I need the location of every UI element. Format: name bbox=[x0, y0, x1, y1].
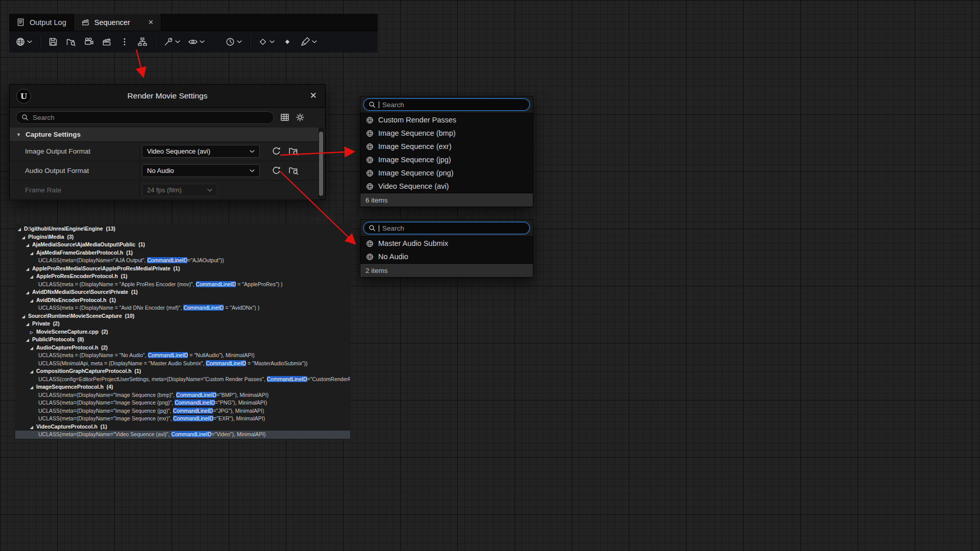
expander-icon[interactable]: ◢ bbox=[26, 241, 31, 249]
class-sphere-icon bbox=[366, 156, 374, 164]
match-highlight: CommandLineID bbox=[172, 431, 212, 437]
image-output-format-dropdown[interactable]: Video Sequence (avi) bbox=[142, 145, 260, 158]
tree-folder-row[interactable]: ◢Private (2) bbox=[15, 320, 350, 328]
keyframe-options-button[interactable] bbox=[258, 37, 275, 47]
tree-file-row[interactable]: ◢VideoCaptureProtocol.h (1) bbox=[15, 423, 350, 431]
tree-result-row[interactable]: UCLASS(meta=(DisplayName="Image Sequence… bbox=[15, 391, 350, 399]
expander-icon[interactable]: ◢ bbox=[22, 313, 27, 321]
list-item[interactable]: Image Sequence (png) bbox=[360, 166, 533, 180]
browse-content-button[interactable] bbox=[66, 37, 76, 47]
list-item[interactable]: Image Sequence (bmp) bbox=[360, 127, 533, 140]
tree-file-row[interactable]: ◢AudioCaptureProtocol.h (2) bbox=[15, 344, 350, 352]
expander-icon[interactable]: ◢ bbox=[30, 273, 35, 281]
settings-gear-icon[interactable] bbox=[296, 113, 305, 122]
tree-result-row[interactable]: UCLASS(MinimalApi, meta = (DisplayName =… bbox=[15, 360, 350, 368]
tree-folder-row[interactable]: ◢Public\Protocols (8) bbox=[15, 336, 350, 344]
render-movie-button[interactable] bbox=[102, 37, 112, 47]
tree-file-row[interactable]: ◢CompositionGraphCaptureProtocol.h (1) bbox=[15, 367, 350, 375]
code-text: UCLASS(meta=(DisplayName="Video Sequence… bbox=[38, 431, 172, 437]
tab-close-icon[interactable]: ✕ bbox=[148, 18, 154, 26]
expander-icon[interactable]: ◢ bbox=[18, 226, 23, 234]
tree-result-row[interactable]: UCLASS(meta = (DisplayName = "Apple ProR… bbox=[15, 281, 350, 289]
tree-result-row[interactable]: UCLASS(meta=(DisplayName="Image Sequence… bbox=[15, 399, 350, 407]
list-item[interactable]: No Audio bbox=[360, 250, 533, 263]
actions-button[interactable] bbox=[163, 37, 180, 47]
list-item[interactable]: Image Sequence (jpg) bbox=[360, 153, 533, 166]
capture-settings-section-header[interactable]: ▼ Capture Settings bbox=[10, 128, 319, 142]
browse-asset-icon[interactable] bbox=[288, 165, 299, 176]
popup-search-input[interactable]: Search bbox=[363, 222, 530, 234]
tree-result-row[interactable]: UCLASS(config=EditorPerProjectUserSettin… bbox=[15, 375, 350, 384]
section-collapse-arrow-icon[interactable]: ▼ bbox=[16, 132, 21, 137]
dialog-titlebar[interactable]: U Render Movie Settings ✕ bbox=[10, 85, 325, 108]
expander-icon[interactable]: ◢ bbox=[30, 368, 35, 376]
expander-icon[interactable]: ◢ bbox=[30, 344, 35, 353]
list-item-label: Master Audio Submix bbox=[378, 239, 448, 247]
tree-result-row[interactable]: UCLASS(meta = (DisplayName = "No Audio",… bbox=[15, 352, 350, 360]
use-selected-icon[interactable] bbox=[271, 146, 281, 156]
tree-result-row[interactable]: UCLASS(meta=(DisplayName="Image Sequence… bbox=[15, 415, 350, 423]
tree-folder-row[interactable]: ◢D:\github\UnrealEngine\Engine (13) bbox=[15, 225, 350, 233]
code-text: UCLASS(config=EditorPerProjectUserSettin… bbox=[38, 376, 267, 382]
expander-icon[interactable]: ◢ bbox=[26, 289, 31, 297]
tree-result-row-selected[interactable]: UCLASS(meta=(DisplayName="Video Sequence… bbox=[15, 431, 350, 439]
list-item[interactable]: Image Sequence (exr) bbox=[360, 140, 533, 153]
text-caret bbox=[379, 225, 379, 232]
expander-icon[interactable]: ◢ bbox=[30, 384, 35, 392]
row-label: Audio Output Format bbox=[25, 161, 89, 180]
expander-icon[interactable]: ◢ bbox=[26, 265, 31, 273]
tree-file-row[interactable]: ◢ImageSequenceProtocol.h (4) bbox=[15, 383, 350, 391]
class-sphere-icon bbox=[366, 183, 374, 190]
expander-icon[interactable]: ◢ bbox=[26, 336, 31, 344]
popup-search-input[interactable]: Search bbox=[363, 98, 530, 111]
tree-result-row[interactable]: UCLASS(meta=(DisplayName="AJA Output", C… bbox=[15, 257, 350, 265]
tree-result-row[interactable]: UCLASS(meta=(DisplayName="Image Sequence… bbox=[15, 407, 350, 415]
expander-icon[interactable]: ◢ bbox=[22, 234, 27, 242]
tree-file-label: CompositionGraphCaptureProtocol.h (1) bbox=[36, 368, 141, 374]
search-icon bbox=[21, 114, 29, 121]
tree-file-row[interactable]: ◢AppleProResEncoderProtocol.h (1) bbox=[15, 272, 350, 281]
tree-folder-row[interactable]: ◢Plugins\Media (3) bbox=[15, 233, 350, 241]
tree-folder-row[interactable]: ◢Source\Runtime\MovieSceneCapture (10) bbox=[15, 312, 350, 320]
output-log-icon bbox=[16, 18, 25, 27]
browse-asset-icon[interactable] bbox=[288, 146, 299, 156]
use-selected-icon[interactable] bbox=[271, 165, 281, 176]
expander-icon[interactable]: ◢ bbox=[30, 423, 35, 432]
list-item[interactable]: Master Audio Submix bbox=[360, 237, 533, 250]
expander-icon[interactable]: ◢ bbox=[30, 249, 35, 258]
create-camera-button[interactable] bbox=[84, 37, 94, 47]
edit-options-button[interactable] bbox=[300, 37, 317, 47]
frame-rate-dropdown[interactable]: 24 fps (film) bbox=[142, 184, 217, 196]
tab-output-log[interactable]: Output Log bbox=[9, 14, 74, 31]
tree-file-row[interactable]: ◢AvidDNxEncoderProtocol.h (1) bbox=[15, 296, 350, 305]
list-item[interactable]: Custom Render Passes bbox=[360, 113, 533, 127]
match-highlight: CommandLineID bbox=[206, 360, 246, 366]
expander-icon[interactable]: ▷ bbox=[30, 329, 35, 337]
more-options-button[interactable] bbox=[119, 37, 130, 47]
save-button[interactable] bbox=[48, 37, 58, 47]
tree-result-row[interactable]: UCLASS(meta = (DisplayName = "Avid DNx E… bbox=[15, 304, 350, 312]
tree-file-row[interactable]: ▷MovieSceneCapture.cpp (2) bbox=[15, 328, 350, 336]
tab-sequencer[interactable]: Sequencer ✕ bbox=[74, 14, 161, 31]
playback-options-button[interactable] bbox=[225, 37, 242, 47]
view-options-button[interactable] bbox=[188, 37, 205, 47]
hierarchy-button[interactable] bbox=[137, 37, 148, 47]
sequencer-clapperboard-icon bbox=[81, 18, 90, 27]
dialog-scrollbar-thumb[interactable] bbox=[319, 132, 323, 196]
class-sphere-icon bbox=[366, 116, 374, 124]
tree-folder-row[interactable]: ◢AvidDNxMedia\Source\Source\Private (1) bbox=[15, 288, 350, 296]
tree-folder-label: AvidDNxMedia\Source\Source\Private (1) bbox=[32, 289, 138, 295]
tree-folder-row[interactable]: ◢AppleProResMedia\Source\AppleProResMedi… bbox=[15, 265, 350, 273]
render-movie-clapperboard-icon bbox=[102, 37, 112, 47]
dialog-close-icon[interactable]: ✕ bbox=[310, 85, 317, 106]
tree-file-row[interactable]: ◢AjaMediaFrameGrabberProtocol.h (1) bbox=[15, 249, 350, 257]
expander-icon[interactable]: ◢ bbox=[26, 320, 31, 329]
auto-key-button[interactable] bbox=[282, 37, 292, 47]
world-picker-button[interactable] bbox=[15, 37, 32, 47]
expander-icon[interactable]: ◢ bbox=[30, 297, 35, 305]
list-item[interactable]: Video Sequence (avi) bbox=[360, 180, 533, 193]
settings-search-input[interactable]: Search bbox=[16, 111, 274, 124]
tree-folder-row[interactable]: ◢AjaMedia\Source\AjaMediaOutput\Public (… bbox=[15, 241, 350, 249]
column-view-icon[interactable] bbox=[280, 113, 289, 122]
audio-output-format-dropdown[interactable]: No Audio bbox=[142, 164, 260, 177]
